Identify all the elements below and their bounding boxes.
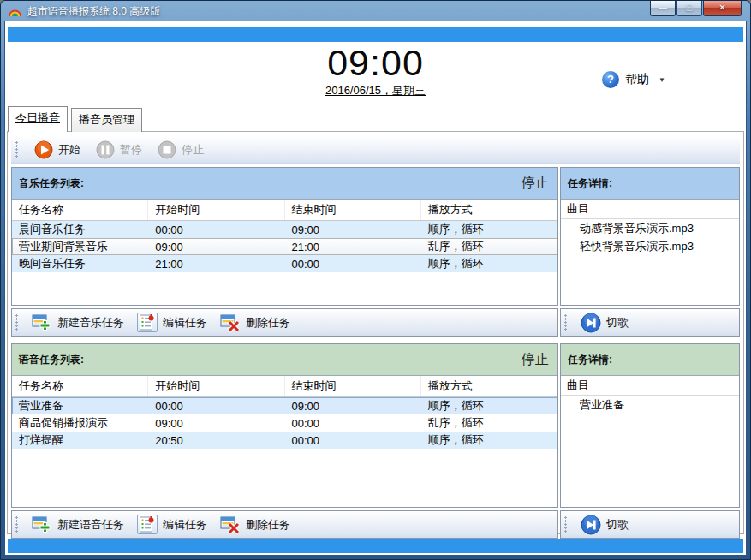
client-area: 09:00 2016/06/15，星期三 ? 帮助 ▼ 今日播音 播音员管理 <box>4 21 747 556</box>
voice-track-column-header: 曲目 <box>561 376 739 396</box>
col-start-time: 开始时间 <box>148 200 284 220</box>
col-end-time: 结束时间 <box>285 376 421 396</box>
voice-details-header: 任务详情: <box>561 344 739 376</box>
top-accent-strip <box>8 27 743 42</box>
voice-task-table: 任务名称 开始时间 结束时间 播放方式 营业准备00:00 09:00顺序，循环… <box>12 376 557 507</box>
delete-voice-task-button[interactable]: 删除任务 <box>220 515 290 534</box>
table-row[interactable]: 打烊提醒20:50 00:00顺序，循环 <box>12 432 557 449</box>
voice-list-title: 语音任务列表: <box>19 353 84 367</box>
col-play-mode: 播放方式 <box>421 200 557 220</box>
new-music-task-button[interactable]: 新建音乐任务 <box>32 313 124 332</box>
delete-music-task-button[interactable]: 删除任务 <box>220 313 290 332</box>
table-row[interactable]: 商品促销播报演示09:00 00:00乱序，循环 <box>12 414 557 432</box>
table-add-icon <box>32 313 52 332</box>
table-row[interactable]: 营业准备00:00 09:00顺序，循环 <box>12 397 557 414</box>
tab-today-broadcast[interactable]: 今日播音 <box>8 106 68 132</box>
music-track-column-header: 曲目 <box>561 200 739 219</box>
music-task-details-panel: 任务详情: 曲目 动感背景音乐演示.mp3 轻快背景音乐演示.mp3 <box>560 167 740 306</box>
grip-handle[interactable] <box>564 516 568 533</box>
list-edit-icon <box>137 515 158 534</box>
list-edit-icon <box>137 313 158 332</box>
list-item[interactable]: 动感背景音乐演示.mp3 <box>561 219 739 237</box>
music-table-header: 任务名称 开始时间 结束时间 播放方式 <box>12 200 557 221</box>
col-end-time: 结束时间 <box>285 200 421 220</box>
grip-handle[interactable] <box>15 314 19 331</box>
help-button[interactable]: ? 帮助 ▼ <box>602 71 665 88</box>
voice-section: 语音任务列表: 停止 任务名称 开始时间 结束时间 播放方式 营业准备00:00… <box>11 343 740 539</box>
pause-button[interactable]: 暂停 <box>96 140 142 159</box>
skip-song-button[interactable]: 切歌 <box>581 313 629 333</box>
maximize-button[interactable]: ▢ <box>676 1 702 16</box>
bottom-accent-strip <box>8 539 743 553</box>
table-row[interactable]: 晚间音乐任务21:00 00:00顺序，循环 <box>12 255 557 272</box>
table-delete-icon <box>220 515 241 534</box>
question-mark-icon: ? <box>602 71 619 88</box>
voice-status-badge: 停止 <box>522 351 549 369</box>
chevron-down-icon: ▼ <box>659 76 665 84</box>
playback-toolbar: 开始 暂停 停止 <box>11 136 740 164</box>
music-skip-bar: 切歌 <box>560 308 740 337</box>
pause-icon <box>96 140 115 159</box>
window-controls: — ▢ ✕ <box>649 1 742 16</box>
tab-content: 开始 暂停 停止 <box>7 131 744 534</box>
col-task-name: 任务名称 <box>12 200 148 220</box>
tab-bar: 今日播音 播音员管理 <box>7 105 744 131</box>
new-voice-task-button[interactable]: 新建语音任务 <box>32 515 124 534</box>
stop-button[interactable]: 停止 <box>158 140 204 159</box>
list-item[interactable]: 营业准备 <box>561 396 739 414</box>
clock-header: 09:00 2016/06/15，星期三 ? 帮助 ▼ <box>7 44 744 105</box>
voice-task-details-panel: 任务详情: 曲目 营业准备 <box>560 343 740 508</box>
window-title: 超市语音播报系统 8.0 高级版 <box>27 4 160 19</box>
help-label: 帮助 <box>625 72 649 87</box>
music-section: 音乐任务列表: 停止 任务名称 开始时间 结束时间 播放方式 晨间音乐任务00:… <box>11 167 740 337</box>
app-window: 超市语音播报系统 8.0 高级版 — ▢ ✕ 09:00 2016/06/15，… <box>0 0 751 560</box>
list-item[interactable]: 轻快背景音乐演示.mp3 <box>561 237 739 255</box>
music-list-title: 音乐任务列表: <box>19 176 84 191</box>
grip-handle[interactable] <box>15 141 19 158</box>
voice-skip-bar: 切歌 <box>560 510 740 539</box>
voice-task-list-panel: 语音任务列表: 停止 任务名称 开始时间 结束时间 播放方式 营业准备00:00… <box>11 343 558 508</box>
table-add-icon <box>32 515 52 534</box>
edit-music-task-button[interactable]: 编辑任务 <box>137 313 207 332</box>
music-actions-bar: 新建音乐任务 <box>11 308 558 337</box>
title-bar[interactable]: 超市语音播报系统 8.0 高级版 <box>4 1 747 21</box>
play-icon <box>34 140 53 159</box>
table-row[interactable]: 晨间音乐任务00:00 09:00顺序，循环 <box>12 221 557 238</box>
skip-next-icon <box>581 313 601 333</box>
music-details-header: 任务详情: <box>561 168 739 200</box>
music-details-title: 任务详情: <box>568 176 612 191</box>
voice-table-header: 任务名称 开始时间 结束时间 播放方式 <box>12 376 557 397</box>
close-button[interactable]: ✕ <box>703 1 742 16</box>
col-task-name: 任务名称 <box>12 376 148 396</box>
col-start-time: 开始时间 <box>148 376 284 396</box>
col-play-mode: 播放方式 <box>421 376 557 396</box>
stop-icon <box>158 140 176 159</box>
music-status-badge: 停止 <box>522 175 549 193</box>
voice-actions-bar: 新建语音任务 <box>11 510 558 539</box>
table-row[interactable]: 营业期间背景音乐09:00 21:00乱序，循环 <box>12 238 557 255</box>
skip-next-icon <box>581 515 601 535</box>
edit-voice-task-button[interactable]: 编辑任务 <box>137 515 207 534</box>
minimize-button[interactable]: — <box>650 1 676 16</box>
grip-handle[interactable] <box>564 314 568 331</box>
music-task-table: 任务名称 开始时间 结束时间 播放方式 晨间音乐任务00:00 09:00顺序，… <box>12 200 557 305</box>
table-delete-icon <box>220 313 241 332</box>
skip-voice-button[interactable]: 切歌 <box>581 515 629 535</box>
voice-details-title: 任务详情: <box>568 353 612 367</box>
music-list-header: 音乐任务列表: 停止 <box>12 168 557 200</box>
voice-list-header: 语音任务列表: 停止 <box>12 344 557 376</box>
start-button[interactable]: 开始 <box>34 140 80 159</box>
music-task-list-panel: 音乐任务列表: 停止 任务名称 开始时间 结束时间 播放方式 晨间音乐任务00:… <box>11 167 558 306</box>
grip-handle[interactable] <box>15 516 19 533</box>
tab-announcer-management[interactable]: 播音员管理 <box>71 108 142 132</box>
rainbow-app-icon <box>8 4 22 18</box>
